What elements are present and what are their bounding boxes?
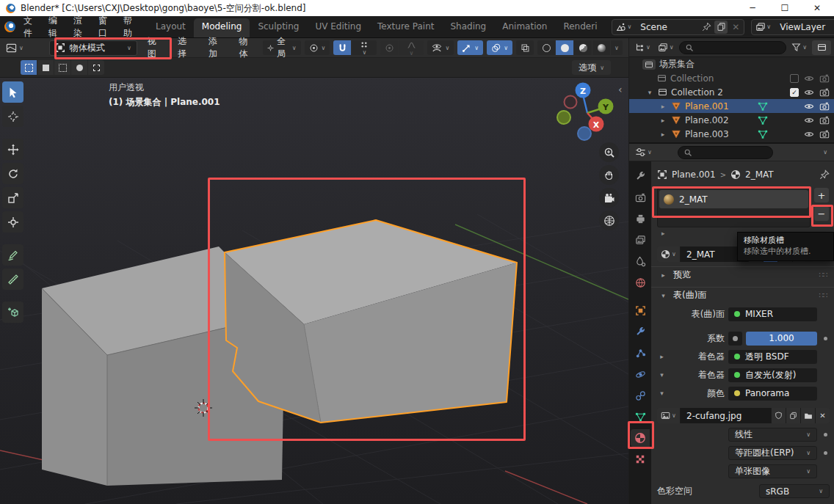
scene-name[interactable]: Scene (635, 22, 698, 32)
tab-texture[interactable] (631, 450, 650, 468)
proportional-edit-button[interactable] (380, 40, 398, 55)
outliner-filter-button[interactable]: ∨ (789, 41, 809, 54)
tool-measure[interactable] (2, 269, 23, 290)
factor-socket-button[interactable] (728, 332, 742, 346)
tab-uv-editing[interactable]: UV Editing (307, 18, 369, 37)
tab-view-layer[interactable] (631, 231, 650, 249)
colorspace-dropdown[interactable]: sRGB∨ (759, 484, 830, 498)
pin-id-button[interactable] (819, 169, 830, 180)
tab-output[interactable] (631, 210, 650, 227)
outliner-display-mode-button[interactable]: ∨ (656, 41, 676, 54)
overlays-dropdown[interactable]: ∨ (487, 40, 512, 55)
camera-icon[interactable] (819, 87, 830, 98)
tab-texture-paint[interactable]: Texture Paint (369, 18, 442, 37)
tab-world[interactable] (631, 274, 650, 291)
viewport-canvas[interactable]: 用户透视 (1) 场景集合 | Plane.001 (0, 78, 628, 504)
expand-icon[interactable]: ▾ (645, 89, 654, 96)
image-new-button[interactable] (786, 408, 800, 423)
animate-dot-icon[interactable] (824, 451, 827, 455)
add-slot-button[interactable]: + (814, 188, 829, 202)
tab-constraints[interactable] (631, 387, 650, 404)
tab-object-data[interactable] (631, 408, 650, 426)
animate-dot-icon[interactable] (824, 337, 827, 340)
outliner-row-collection[interactable]: Collection (629, 71, 834, 85)
menu-object[interactable]: 物体 (233, 35, 260, 60)
properties-editor-type-button[interactable]: ∨ (633, 145, 654, 159)
pivot-dropdown[interactable]: ∨ (305, 40, 330, 55)
browse-material-button[interactable]: ∨ (657, 246, 681, 262)
animate-dot-icon[interactable] (824, 433, 827, 437)
scene-delete-button[interactable]: ✕ (729, 21, 742, 34)
menu-edit[interactable]: 编辑 (40, 15, 65, 40)
outliner-row-scene-collection[interactable]: 场景集合 (629, 57, 834, 71)
properties-search-input[interactable] (678, 146, 773, 159)
remove-slot-button[interactable]: − (814, 206, 829, 221)
tab-object[interactable] (631, 302, 650, 319)
material-slot-row[interactable]: 2_MAT (659, 190, 808, 208)
interpolation-dropdown[interactable]: 线性∨ (728, 428, 817, 442)
menu-select[interactable]: 选择 (171, 35, 198, 60)
snap-toggle-button[interactable] (333, 40, 351, 55)
factor-slider[interactable]: 1.000 (746, 332, 817, 346)
viewlayer-browse-button[interactable]: ∨ (753, 22, 773, 32)
menu-window[interactable]: 窗口 (90, 15, 115, 40)
tab-shading[interactable]: Shading (442, 18, 494, 37)
new-collection-button[interactable] (812, 40, 831, 55)
orientation-dropdown[interactable]: 全局 ∨ (263, 40, 300, 55)
color-field[interactable]: Panorama (728, 387, 817, 401)
mode-dropdown[interactable]: 物体模式 ∨ (49, 40, 137, 56)
expand-icon[interactable]: ▸ (659, 131, 667, 138)
blender-menu-icon[interactable] (4, 21, 15, 32)
xray-toggle-button[interactable] (516, 40, 534, 55)
axis-neg-x[interactable] (565, 96, 577, 109)
select-extend-button[interactable] (37, 60, 54, 75)
drag-dots-icon[interactable]: ∷∷ (819, 271, 827, 279)
navigation-gizmo[interactable]: Z Y X (549, 81, 623, 148)
axis-neg-z[interactable] (578, 127, 591, 140)
close-button[interactable]: ✕ (812, 3, 822, 13)
material-slot-list[interactable]: 2_MAT (657, 188, 811, 227)
shading-wireframe-button[interactable] (537, 40, 555, 55)
camera-icon[interactable] (819, 129, 830, 139)
tab-physics[interactable] (631, 365, 650, 383)
panel-surface[interactable]: ▾ 表(曲)面 ∷∷ (651, 287, 834, 303)
camera-icon[interactable] (819, 73, 830, 84)
shading-rendered-button[interactable] (592, 40, 610, 55)
menu-help[interactable]: 帮助 (115, 15, 140, 40)
tool-cursor[interactable] (2, 106, 23, 127)
tab-render[interactable] (631, 189, 650, 206)
tab-rendering[interactable]: Renderi (555, 18, 605, 37)
image-fake-user-button[interactable] (771, 408, 786, 423)
eye-icon[interactable] (804, 115, 814, 125)
menu-render[interactable]: 渲染 (65, 15, 90, 40)
scene-browse-button[interactable]: ∨ (614, 22, 634, 32)
tab-scene[interactable] (631, 252, 650, 270)
expand-icon[interactable]: ▸ (659, 117, 667, 124)
maximize-button[interactable]: ☐ (780, 3, 790, 13)
menu-file[interactable]: 文件 (15, 15, 40, 40)
tab-modifiers[interactable] (631, 323, 650, 340)
camera-view-button[interactable] (599, 188, 619, 208)
shader1-field[interactable]: 透明 BSDF (728, 350, 817, 364)
pan-button[interactable] (599, 165, 619, 185)
tool-add-cube[interactable] (2, 302, 23, 323)
menu-add[interactable]: 添加 (202, 35, 229, 60)
tool-scale[interactable] (2, 187, 23, 208)
proportional-falloff-dropdown[interactable]: ∨ (399, 40, 424, 55)
expand-icon[interactable]: ▸ (659, 103, 667, 110)
eye-icon[interactable] (804, 73, 814, 84)
tool-annotate[interactable] (2, 244, 23, 266)
outliner-row-plane002[interactable]: ▸ Plane.002 (629, 113, 834, 127)
eye-icon[interactable] (804, 129, 814, 139)
eye-icon[interactable] (804, 87, 814, 98)
outliner-search-input[interactable] (679, 41, 786, 54)
sidebar-collapse-arrow[interactable]: ‹ (618, 84, 623, 95)
image-unlink-button[interactable]: ✕ (815, 408, 830, 423)
snap-target-dropdown[interactable]: ∨ (352, 40, 377, 55)
shader2-field[interactable]: 自发光(发射) (728, 368, 817, 382)
shading-material-button[interactable] (574, 40, 592, 55)
perspective-toggle-button[interactable] (599, 211, 619, 230)
expanded-icon[interactable]: ▾ (657, 371, 667, 379)
select-invert-button[interactable] (71, 60, 87, 75)
tool-rotate[interactable] (2, 163, 23, 184)
